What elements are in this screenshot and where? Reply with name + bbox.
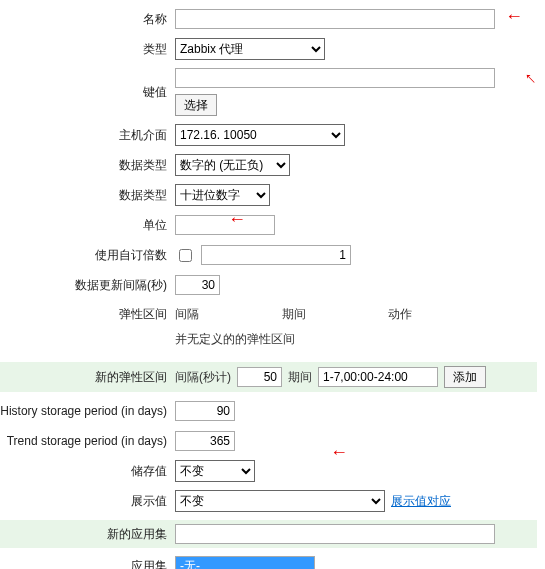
custom-multiplier-checkbox[interactable] bbox=[179, 249, 192, 262]
label-new-app: 新的应用集 bbox=[0, 526, 175, 543]
label-key: 键值 bbox=[0, 84, 175, 101]
label-trend: Trend storage period (in days) bbox=[0, 434, 175, 448]
arrow-annotation-icon: ← bbox=[505, 10, 523, 22]
show-value-map-link[interactable]: 展示值对应 bbox=[391, 493, 451, 510]
number-type-select[interactable]: 十进位数字 bbox=[175, 184, 270, 206]
label-update-interval: 数据更新间隔(秒) bbox=[0, 277, 175, 294]
arrow-annotation-icon: ← bbox=[228, 213, 246, 225]
key-input[interactable] bbox=[175, 68, 495, 88]
unit-input[interactable] bbox=[175, 215, 275, 235]
label-show-value: 展示值 bbox=[0, 493, 175, 510]
flex-empty-text: 并无定义的的弹性区间 bbox=[175, 329, 495, 354]
name-input[interactable] bbox=[175, 9, 495, 29]
data-type-select[interactable]: 数字的 (无正负) bbox=[175, 154, 290, 176]
label-data-type: 数据类型 bbox=[0, 157, 175, 174]
flex-header-period: 期间 bbox=[282, 306, 389, 323]
host-interface-select[interactable]: 172.16. 10050 bbox=[175, 124, 345, 146]
label-host-interface: 主机介面 bbox=[0, 127, 175, 144]
select-button[interactable]: 选择 bbox=[175, 94, 217, 116]
new-interval-label: 间隔(秒计) bbox=[175, 369, 231, 386]
label-applications: 应用集 bbox=[0, 556, 175, 569]
label-type: 类型 bbox=[0, 41, 175, 58]
flex-header-interval: 间隔 bbox=[175, 306, 282, 323]
label-number-type: 数据类型 bbox=[0, 187, 175, 204]
label-name: 名称 bbox=[0, 11, 175, 28]
trend-input[interactable] bbox=[175, 431, 235, 451]
label-new-flexible: 新的弹性区间 bbox=[0, 369, 175, 386]
show-value-select[interactable]: 不变 bbox=[175, 490, 385, 512]
label-custom-multiplier: 使用自订倍数 bbox=[0, 247, 175, 264]
store-value-select[interactable]: 不变 bbox=[175, 460, 255, 482]
label-store-value: 储存值 bbox=[0, 463, 175, 480]
new-period-label: 期间 bbox=[288, 369, 312, 386]
new-interval-input[interactable] bbox=[237, 367, 282, 387]
label-unit: 单位 bbox=[0, 217, 175, 234]
new-app-input[interactable] bbox=[175, 524, 495, 544]
arrow-annotation-icon: ← bbox=[330, 446, 348, 458]
type-select[interactable]: Zabbix 代理 bbox=[175, 38, 325, 60]
flex-header-action: 动作 bbox=[388, 306, 495, 323]
label-flexible-intervals: 弹性区间 bbox=[0, 304, 175, 323]
add-button[interactable]: 添加 bbox=[444, 366, 486, 388]
update-interval-input[interactable] bbox=[175, 275, 220, 295]
flexible-intervals-table: 间隔 期间 动作 并无定义的的弹性区间 bbox=[175, 304, 495, 354]
new-period-input[interactable] bbox=[318, 367, 438, 387]
application-option[interactable]: -无- bbox=[176, 557, 314, 569]
history-input[interactable] bbox=[175, 401, 235, 421]
applications-multiselect[interactable]: -无-CPUFilesystemsGeneralMemoryNetwork in… bbox=[175, 556, 315, 569]
label-history: History storage period (in days) bbox=[0, 404, 175, 418]
custom-multiplier-input[interactable] bbox=[201, 245, 351, 265]
